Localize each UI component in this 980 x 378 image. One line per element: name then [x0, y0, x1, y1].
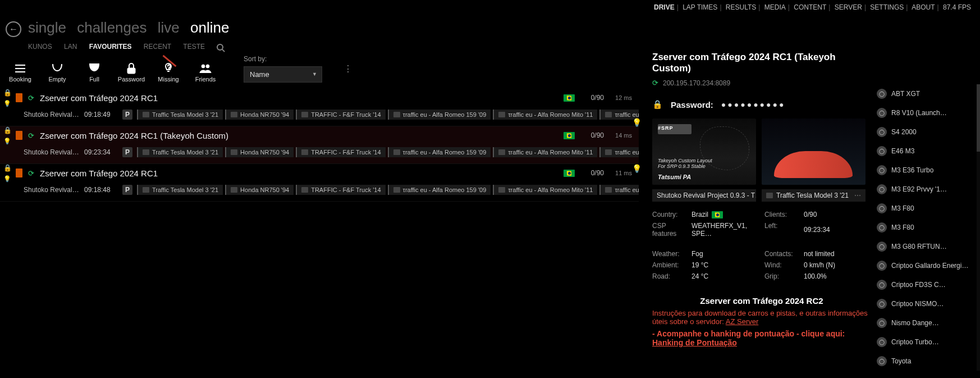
menu-about[interactable]: ABOUT: [912, 3, 935, 11]
track-name[interactable]: Shutoko Revival Project 0.9.3 - T…: [652, 189, 756, 202]
menu-drive[interactable]: DRIVE: [654, 3, 675, 11]
server-row[interactable]: 🔒💡⟳Zserver com Tráfego 2024 RC10/9011 ms…: [0, 164, 639, 202]
car-thumbnail[interactable]: [762, 119, 865, 185]
car-chip[interactable]: τraffic eu - Audi: [599, 185, 639, 195]
car-list-item[interactable]: ◯M3 F80: [877, 199, 980, 218]
scrollbar[interactable]: [977, 84, 980, 371]
menu-server[interactable]: SERVER: [835, 3, 862, 11]
brand-icon: [301, 112, 308, 117]
car-list-item[interactable]: ◯M3 G80 RFTUN…: [877, 237, 980, 256]
car-chip[interactable]: TRAFFIC - F&F Truck '14: [296, 110, 385, 120]
server-row[interactable]: 🔒💡⟳Zserver com Tráfego 2024 RC10/9012 ms…: [0, 89, 639, 126]
flag-br-icon: [564, 170, 575, 177]
filter-empty[interactable]: Empty: [45, 61, 70, 83]
car-list-item[interactable]: ◯E46 M3: [877, 142, 980, 161]
car-chip[interactable]: τraffic eu - Audi: [599, 147, 639, 157]
car-list-item[interactable]: ◯Toyota: [877, 352, 980, 371]
brand-icon: ◯: [877, 222, 887, 233]
menu-results[interactable]: RESULTS: [726, 3, 756, 11]
subtab-recent[interactable]: RECENT: [144, 43, 171, 51]
mode-challenges[interactable]: challenges: [77, 19, 146, 36]
mode-live[interactable]: live: [158, 19, 180, 36]
car-chip[interactable]: τraffic eu - Alfa Romeo Mito '11: [493, 110, 597, 120]
brand-icon: ◯: [877, 108, 887, 118]
car-list-item[interactable]: ◯M3 F80: [877, 218, 980, 237]
car-list-item[interactable]: ◯ABT XGT: [877, 84, 980, 103]
menu-settings[interactable]: SETTINGS: [870, 3, 904, 11]
brand-icon: [393, 149, 400, 155]
detail-address: 200.195.170.234:8089: [663, 79, 730, 87]
refresh-icon[interactable]: ⟳: [28, 131, 34, 140]
menu-content[interactable]: CONTENT: [794, 3, 826, 11]
subtab-teste[interactable]: TESTE: [183, 43, 205, 51]
subtab-favourites[interactable]: FAVOURITES: [89, 43, 132, 51]
filter-friends[interactable]: Friends: [193, 61, 218, 83]
hint-icon[interactable]: 💡: [632, 164, 642, 173]
car-chip[interactable]: τraffic eu - Alfa Romeo Mito '11: [493, 185, 597, 195]
car-list-item[interactable]: ◯S4 2000: [877, 122, 980, 142]
car-name[interactable]: Traffic Tesla Model 3 '21⋯: [762, 189, 865, 202]
practice-badge: P: [122, 185, 132, 195]
car-chip[interactable]: Traffic Tesla Model 3 '21: [137, 110, 223, 120]
back-button[interactable]: ←: [6, 21, 21, 37]
password-field[interactable]: ●●●●●●●●●●: [721, 100, 786, 109]
refresh-icon[interactable]: ⟳: [652, 79, 658, 87]
scrollbar-thumb[interactable]: [977, 84, 980, 152]
car-chip[interactable]: TRAFFIC - F&F Truck '14: [296, 147, 385, 157]
brand-icon: [231, 112, 237, 117]
car-list-item[interactable]: ◯M3 E92 Prvvy '1…: [877, 180, 980, 199]
menu-media[interactable]: MEDIA: [764, 3, 786, 11]
brand-icon: [498, 149, 505, 155]
server-details: Zserver com Tráfego 2024 RC1 (Takeyoh Cu…: [652, 52, 871, 347]
car-list-item[interactable]: ◯Criptoo Gallardo Energi…: [877, 256, 980, 275]
filter-password[interactable]: Password: [119, 61, 144, 83]
car-list-item[interactable]: ◯Criptoo FD3S C…: [877, 275, 980, 294]
server-row[interactable]: 🔒💡⟳Zserver com Tráfego 2024 RC1 (Takeyoh…: [0, 126, 639, 164]
refresh-icon[interactable]: ⟳: [28, 169, 34, 177]
car-chip[interactable]: Honda NR750 '94: [225, 185, 294, 195]
car-chip[interactable]: τraffic eu - Alfa Romeo Mito '11: [493, 147, 597, 157]
refresh-icon[interactable]: ⟳: [28, 94, 34, 102]
lock-icon: 🔒: [652, 99, 663, 110]
car-list-item[interactable]: ◯Nismo Dange…: [877, 313, 980, 333]
practice-badge: P: [122, 147, 132, 157]
bulb-icon: 💡: [3, 175, 11, 183]
car-chip[interactable]: τraffic eu - Alfa Romeo 159 '09: [388, 185, 491, 195]
mode-online[interactable]: online: [190, 19, 229, 36]
car-chip[interactable]: Traffic Tesla Model 3 '21: [137, 147, 223, 157]
menu-laptimes[interactable]: LAP TIMES: [683, 3, 717, 11]
car-chip[interactable]: τraffic eu - Alfa Romeo 159 '09: [388, 110, 491, 120]
filter-missing[interactable]: ?Missing: [156, 61, 181, 83]
car-list-item[interactable]: ◯M3 E36 Turbo: [877, 161, 980, 180]
car-chip[interactable]: τraffic eu - Alfa Romeo 159 '09: [388, 147, 491, 157]
bulb-icon: 💡: [3, 100, 11, 107]
car-list-item[interactable]: ◯Criptoo Turbo…: [877, 333, 980, 352]
hint-icon[interactable]: 💡: [632, 118, 642, 127]
search-icon[interactable]: [217, 43, 233, 51]
link-azserver[interactable]: AZ Server: [726, 317, 759, 326]
sort-dropdown[interactable]: Name: [244, 66, 322, 83]
car-list-item[interactable]: ◯R8 V10 (Launch…: [877, 103, 980, 122]
brand-icon: [498, 187, 505, 193]
filter-full[interactable]: Full: [82, 61, 107, 83]
server-badge-icon: [16, 93, 22, 102]
track-thumbnail[interactable]: #SRP Takeyoh Custom Layout For SRP 0.9.3…: [652, 119, 756, 185]
brand-icon: ◯: [877, 146, 887, 156]
more-icon[interactable]: ⋮: [344, 63, 352, 74]
car-list-item[interactable]: ◯Criptoo NISMO…: [877, 294, 980, 313]
car-chip[interactable]: Honda NR750 '94: [225, 110, 294, 120]
car-chip[interactable]: TRAFFIC - F&F Truck '14: [296, 185, 385, 195]
brand-icon: [301, 149, 308, 155]
mode-single[interactable]: single: [28, 19, 66, 36]
sort-label: Sort by:: [244, 55, 322, 63]
fps-counter: 87.4 FPS: [943, 3, 971, 11]
link-hanking[interactable]: Hanking de Pontuação: [652, 338, 737, 347]
brand-icon: ◯: [877, 89, 887, 99]
subtab-kunos[interactable]: KUNOS: [28, 43, 52, 51]
brand-icon: ◯: [877, 280, 887, 290]
car-chip[interactable]: Traffic Tesla Model 3 '21: [137, 185, 223, 195]
filter-booking[interactable]: Booking: [8, 61, 33, 83]
subtab-lan[interactable]: LAN: [64, 43, 77, 51]
server-description: Zserver com Tráfego 2024 RC2 Instruções …: [652, 296, 871, 347]
car-chip[interactable]: Honda NR750 '94: [225, 147, 294, 157]
